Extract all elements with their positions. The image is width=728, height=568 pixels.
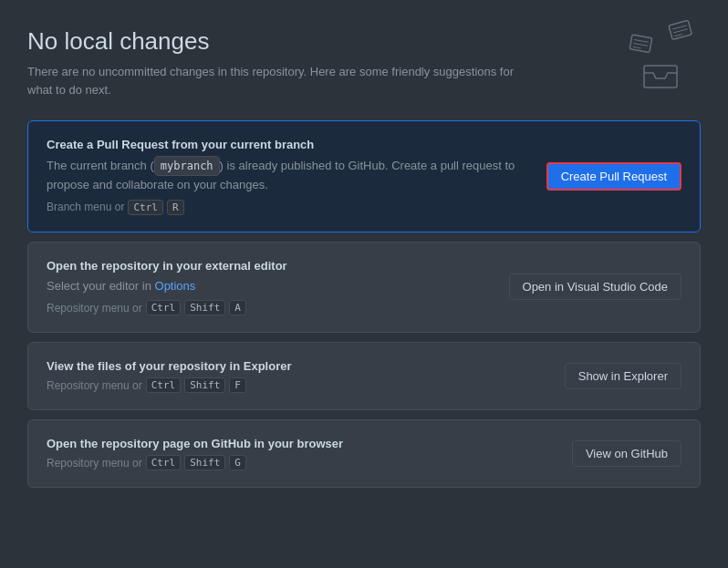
external-editor-title: Open the repository in your external edi… [47, 259, 491, 273]
pull-request-content: Create a Pull Request from your current … [47, 138, 528, 215]
shortcut-prefix-3: Repository menu or [47, 379, 142, 392]
view-on-github-button[interactable]: View on GitHub [572, 440, 681, 467]
illustration-icon [628, 18, 701, 91]
svg-line-3 [674, 34, 682, 36]
svg-line-2 [673, 29, 687, 33]
create-pull-request-button[interactable]: Create Pull Request [546, 162, 681, 191]
pull-request-shortcut: Branch menu or Ctrl R [47, 200, 528, 215]
external-editor-card: Open the repository in your external edi… [27, 242, 701, 334]
shortcut-shift-g: Shift [184, 455, 225, 470]
svg-rect-0 [669, 20, 692, 39]
svg-line-5 [634, 39, 649, 42]
github-shortcut: Repository menu or Ctrl Shift G [47, 455, 554, 470]
shortcut-f: F [229, 377, 246, 393]
show-explorer-button[interactable]: Show in Explorer [565, 363, 681, 389]
shortcut-shift-f: Shift [184, 377, 225, 393]
shortcut-g: G [229, 455, 246, 470]
shortcut-ctrl: Ctrl [128, 200, 163, 215]
open-vscode-button[interactable]: Open in Visual Studio Code [509, 274, 681, 300]
external-editor-content: Open the repository in your external edi… [47, 259, 491, 316]
shortcut-shift-a: Shift [184, 300, 225, 315]
shortcut-a: A [229, 300, 246, 315]
svg-rect-4 [629, 35, 651, 53]
page-description: There are no uncommitted changes in this… [27, 63, 538, 98]
explorer-content: View the files of your repository in Exp… [47, 359, 546, 393]
github-card: Open the repository page on GitHub in yo… [27, 419, 701, 488]
svg-rect-8 [644, 66, 677, 88]
shortcut-prefix-1: Branch menu or [47, 201, 124, 213]
shortcut-ctrl-4: Ctrl [146, 455, 182, 470]
svg-line-6 [633, 43, 648, 46]
explorer-card: View the files of your repository in Exp… [27, 342, 701, 410]
shortcut-ctrl-2: Ctrl [146, 300, 182, 315]
github-title: Open the repository page on GitHub in yo… [47, 437, 554, 450]
header-section: No local changes There are no uncommitte… [27, 27, 701, 98]
github-content: Open the repository page on GitHub in yo… [47, 437, 554, 470]
shortcut-prefix-2: Repository menu or [47, 302, 142, 315]
explorer-shortcut: Repository menu or Ctrl Shift F [47, 377, 546, 393]
explorer-title: View the files of your repository in Exp… [47, 359, 546, 373]
shortcut-r: R [167, 200, 184, 215]
pull-request-title: Create a Pull Request from your current … [47, 138, 528, 151]
svg-line-7 [633, 46, 641, 48]
shortcut-ctrl-3: Ctrl [146, 377, 182, 393]
page-title: No local changes [27, 27, 538, 56]
external-editor-description: Select your editor in Options [47, 277, 491, 295]
pull-request-card: Create a Pull Request from your current … [27, 120, 701, 232]
svg-line-1 [672, 26, 686, 29]
pull-request-description: The current branch (mybranch) is already… [47, 156, 528, 194]
external-editor-shortcut: Repository menu or Ctrl Shift A [47, 300, 491, 315]
options-link[interactable]: Options [155, 279, 196, 293]
shortcut-prefix-4: Repository menu or [47, 457, 142, 470]
branch-tag: mybranch [154, 156, 220, 176]
header-illustration [628, 18, 701, 91]
header-text: No local changes There are no uncommitte… [27, 27, 538, 98]
